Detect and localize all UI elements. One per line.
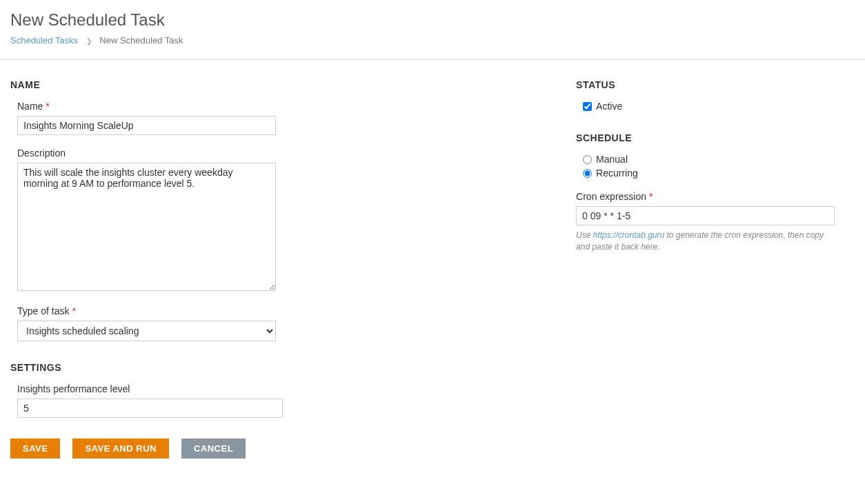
cron-label: Cron expression *	[576, 191, 835, 202]
section-heading-settings: SETTINGS	[10, 362, 576, 373]
breadcrumb-current: New Scheduled Task	[99, 35, 183, 46]
required-star-icon: *	[72, 305, 75, 316]
active-checkbox-row[interactable]: Active	[583, 101, 855, 112]
active-label: Active	[596, 101, 622, 112]
cron-input[interactable]	[576, 206, 835, 225]
section-heading-schedule: SCHEDULE	[576, 132, 855, 143]
manual-radio-row[interactable]: Manual	[583, 154, 855, 165]
save-button[interactable]: Save	[10, 439, 60, 458]
recurring-radio[interactable]	[583, 169, 592, 178]
required-star-icon: *	[46, 101, 49, 112]
chevron-right-icon: ❯	[86, 37, 92, 45]
perf-level-label: Insights performance level	[17, 383, 283, 394]
manual-radio[interactable]	[583, 155, 592, 164]
perf-level-input[interactable]	[17, 399, 283, 418]
breadcrumb: Scheduled Tasks ❯ New Scheduled Task	[10, 35, 855, 46]
type-label: Type of task *	[17, 305, 276, 316]
recurring-label: Recurring	[596, 168, 638, 179]
save-and-run-button[interactable]: Save and Run	[72, 439, 169, 458]
manual-label: Manual	[596, 154, 628, 165]
section-heading-status: STATUS	[576, 79, 855, 90]
name-label: Name *	[17, 101, 276, 112]
crontab-guru-link[interactable]: https://crontab.guru	[593, 230, 664, 240]
section-heading-name: NAME	[10, 79, 576, 90]
breadcrumb-link-scheduled-tasks[interactable]: Scheduled Tasks	[10, 35, 78, 46]
required-star-icon: *	[649, 191, 653, 202]
cancel-button[interactable]: Cancel	[181, 439, 246, 458]
description-textarea[interactable]: This will scale the insights cluster eve…	[17, 163, 276, 291]
page-title: New Scheduled Task	[10, 10, 855, 30]
active-checkbox[interactable]	[583, 102, 592, 111]
recurring-radio-row[interactable]: Recurring	[583, 168, 855, 179]
type-select[interactable]: Insights scheduled scaling	[17, 321, 276, 341]
description-label: Description	[17, 148, 276, 159]
cron-help-text: Use https://crontab.guru to generate the…	[576, 230, 835, 253]
name-input[interactable]	[17, 116, 276, 135]
